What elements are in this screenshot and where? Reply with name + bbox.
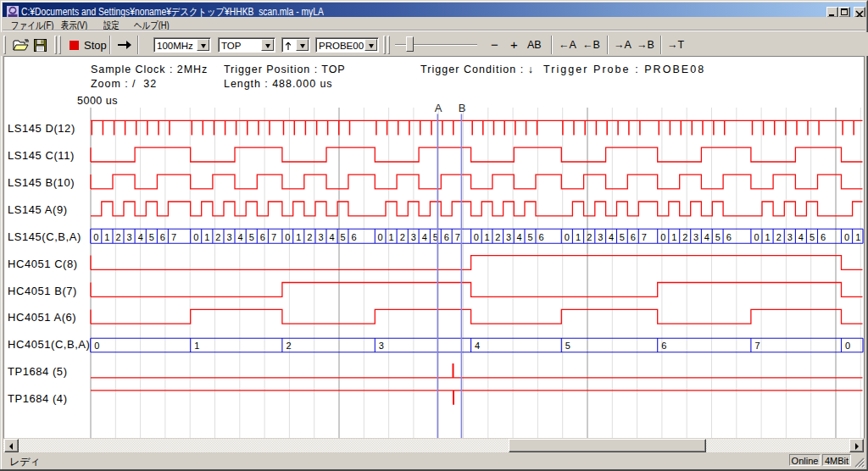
- svg-text:6: 6: [351, 232, 356, 242]
- svg-text:3: 3: [318, 232, 323, 242]
- svg-text:4: 4: [798, 232, 804, 242]
- svg-text:3: 3: [598, 232, 603, 242]
- svg-text:B: B: [459, 102, 466, 114]
- svg-text:6: 6: [539, 232, 544, 242]
- svg-text:0: 0: [565, 232, 570, 242]
- svg-text:0: 0: [474, 232, 479, 242]
- svg-text:2: 2: [587, 232, 592, 242]
- svg-text:7: 7: [171, 232, 176, 242]
- svg-text:0: 0: [660, 232, 665, 242]
- svg-text:3: 3: [379, 341, 384, 351]
- svg-text:5: 5: [527, 232, 532, 242]
- svg-text:5: 5: [715, 232, 721, 242]
- svg-text:2: 2: [682, 232, 687, 242]
- svg-text:4: 4: [238, 232, 243, 242]
- svg-text:5: 5: [620, 232, 625, 242]
- svg-text:5: 5: [340, 232, 345, 242]
- svg-text:0: 0: [844, 232, 849, 242]
- svg-text:6: 6: [160, 232, 165, 242]
- svg-text:1: 1: [671, 232, 676, 242]
- svg-text:3: 3: [787, 232, 793, 242]
- svg-text:1: 1: [296, 232, 301, 242]
- svg-text:6: 6: [444, 232, 449, 242]
- svg-text:0: 0: [285, 232, 290, 242]
- svg-text:3: 3: [127, 232, 132, 242]
- svg-text:2: 2: [495, 232, 500, 242]
- svg-text:3: 3: [506, 232, 511, 242]
- svg-text:2: 2: [115, 232, 120, 242]
- svg-text:2: 2: [400, 232, 405, 242]
- svg-text:1: 1: [484, 232, 489, 242]
- svg-text:4: 4: [609, 232, 614, 242]
- svg-text:5: 5: [565, 341, 570, 351]
- svg-text:1: 1: [576, 232, 581, 242]
- svg-text:0: 0: [193, 232, 198, 242]
- svg-text:1: 1: [765, 232, 770, 242]
- svg-text:7: 7: [754, 341, 760, 351]
- svg-text:3: 3: [226, 232, 231, 242]
- svg-text:2: 2: [307, 232, 312, 242]
- svg-text:1: 1: [104, 232, 109, 242]
- svg-text:4: 4: [704, 232, 709, 242]
- svg-text:4: 4: [475, 341, 480, 351]
- svg-text:1: 1: [204, 232, 209, 242]
- svg-text:1: 1: [389, 232, 394, 242]
- svg-text:2: 2: [215, 232, 220, 242]
- svg-text:7: 7: [455, 232, 460, 242]
- svg-text:A: A: [435, 102, 442, 114]
- svg-text:7: 7: [642, 232, 647, 242]
- svg-text:6: 6: [661, 341, 666, 351]
- svg-text:0: 0: [845, 341, 850, 351]
- svg-text:6: 6: [260, 232, 265, 242]
- svg-text:3: 3: [411, 232, 416, 242]
- svg-text:4: 4: [422, 232, 427, 242]
- svg-text:7: 7: [271, 232, 276, 242]
- svg-text:4: 4: [138, 232, 143, 242]
- svg-text:6: 6: [726, 232, 732, 242]
- svg-text:5: 5: [810, 232, 815, 242]
- svg-text:3: 3: [693, 232, 698, 242]
- svg-text:0: 0: [754, 232, 759, 242]
- svg-text:6: 6: [821, 232, 826, 242]
- svg-text:4: 4: [330, 232, 335, 242]
- svg-text:1: 1: [855, 232, 860, 242]
- svg-text:5: 5: [249, 232, 254, 242]
- svg-text:1: 1: [194, 341, 199, 351]
- svg-text:6: 6: [631, 232, 636, 242]
- svg-text:2: 2: [776, 232, 782, 242]
- svg-text:0: 0: [93, 232, 98, 242]
- svg-text:0: 0: [94, 341, 99, 351]
- svg-text:4: 4: [517, 232, 522, 242]
- svg-text:5: 5: [149, 232, 154, 242]
- svg-text:2: 2: [286, 341, 291, 351]
- svg-text:0: 0: [378, 232, 383, 242]
